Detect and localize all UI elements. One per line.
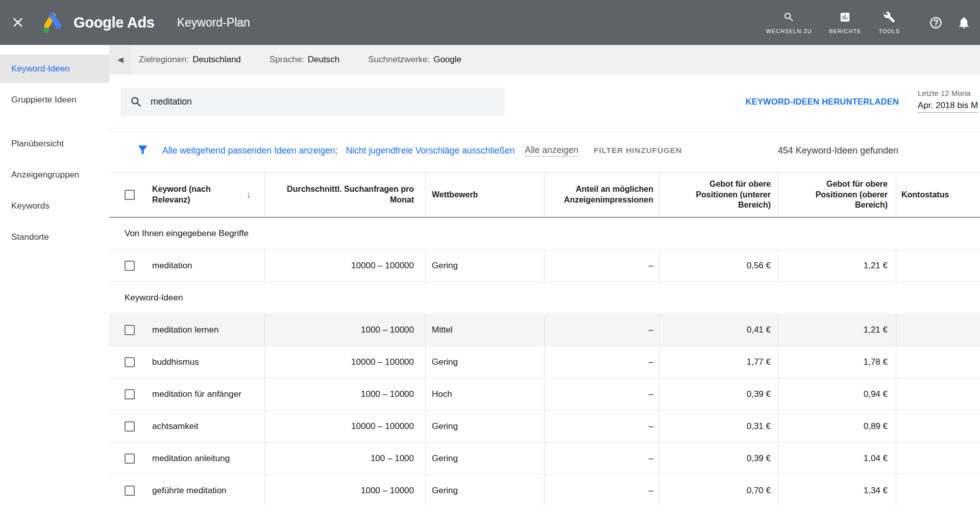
row-checkbox[interactable] <box>125 357 135 367</box>
searches-cell: 1000 – 10000 <box>265 378 426 410</box>
table-row: achtsamkeit 10000 – 100000 Gering – 0,31… <box>109 411 980 443</box>
bid-low-cell: 0,31 € <box>660 411 778 442</box>
select-all-checkbox[interactable] <box>125 190 135 200</box>
nav-tools[interactable]: TOOLS <box>870 11 909 34</box>
show-all-link[interactable]: Alle anzeigen <box>525 145 578 157</box>
nav-wechseln-zu[interactable]: WECHSELN ZU <box>757 11 821 34</box>
bid-high-cell: 1,21 € <box>778 314 896 346</box>
target-label: Sprache: <box>270 55 304 65</box>
main-content: ◀ Zielregionen: Deutschland Sprache: Deu… <box>109 45 980 505</box>
impression-share-cell: – <box>545 378 660 410</box>
nav-label: WECHSELN ZU <box>766 28 812 34</box>
sidebar: Keyword-Ideen Gruppierte Ideen Planübers… <box>0 45 109 505</box>
page-title: Keyword-Plan <box>177 16 250 30</box>
row-checkbox[interactable] <box>125 261 135 271</box>
wrench-icon <box>884 11 895 25</box>
account-status-cell <box>896 346 980 378</box>
sidebar-item-anzeigengruppen[interactable]: Anzeigengruppen <box>0 161 109 189</box>
bid-high-cell: 1,04 € <box>778 443 896 474</box>
impression-share-cell: – <box>545 411 660 442</box>
date-range-caption: Letzte 12 Mona <box>918 89 978 97</box>
keyword-cell: geführte meditation <box>143 475 265 505</box>
account-status-cell <box>896 443 980 474</box>
sidebar-item-standorte[interactable]: Standorte <box>0 223 109 251</box>
header-bid-low[interactable]: Gebot für obere Positionen (unterer Bere… <box>660 173 778 217</box>
filter-bar: Alle weitgehend passenden Ideen anzeigen… <box>109 129 980 173</box>
competition-cell: Mittel <box>426 314 545 346</box>
filter-chip-adult-excluded[interactable]: Nicht jugendfreie Vorschläge ausschließe… <box>346 145 514 156</box>
header-keyword-label: Keyword (nach Relevanz) <box>152 184 229 206</box>
targeting-bar: ◀ Zielregionen: Deutschland Sprache: Deu… <box>109 45 980 74</box>
bid-low-cell: 1,77 € <box>660 346 778 378</box>
keyword-search-box[interactable] <box>120 88 505 116</box>
nav-berichte[interactable]: BERICHTE <box>821 11 870 34</box>
bar-chart-icon <box>839 11 851 25</box>
target-regions[interactable]: Zielregionen: Deutschland <box>139 55 241 65</box>
bid-high-cell: 1,21 € <box>778 250 896 282</box>
impression-share-cell: – <box>545 443 660 474</box>
close-icon[interactable] <box>10 15 26 30</box>
date-range-selector[interactable]: Letzte 12 Mona Apr. 2018 bis M <box>918 89 978 113</box>
searches-cell: 1000 – 10000 <box>265 475 426 505</box>
row-checkbox[interactable] <box>125 325 135 335</box>
competition-cell: Gering <box>426 250 545 282</box>
row-checkbox[interactable] <box>125 486 135 496</box>
results-count: 454 Keyword-Ideen gefunden <box>778 145 898 156</box>
row-checkbox[interactable] <box>125 453 135 464</box>
help-icon[interactable] <box>929 16 943 30</box>
header-impression-share[interactable]: Anteil an möglichen Anzeigenimpressionen <box>545 173 660 217</box>
table-row: meditation anleitung 100 – 1000 Gering –… <box>109 443 980 475</box>
topbar-nav: WECHSELN ZU BERICHTE TOOLS <box>757 11 980 34</box>
account-status-cell <box>896 314 980 346</box>
header-competition[interactable]: Wettbewerb <box>426 173 545 217</box>
sidebar-item-keywords[interactable]: Keywords <box>0 192 109 220</box>
notifications-bell-icon[interactable] <box>957 16 971 30</box>
filter-chip-broad-ideas[interactable]: Alle weitgehend passenden Ideen anzeigen… <box>162 145 337 156</box>
google-ads-logo-icon[interactable] <box>41 11 64 34</box>
search-input[interactable] <box>151 96 467 107</box>
bid-low-cell: 0,39 € <box>660 443 778 474</box>
sort-descending-icon[interactable]: ↓ <box>247 189 252 201</box>
impression-share-cell: – <box>545 346 660 378</box>
nav-label: TOOLS <box>878 28 900 34</box>
sidebar-item-planuebersicht[interactable]: Planübersicht <box>0 130 109 158</box>
row-checkbox[interactable] <box>125 389 135 399</box>
table-row: buddhismus 10000 – 100000 Gering – 1,77 … <box>109 346 980 378</box>
target-value: Google <box>433 55 461 65</box>
row-checkbox[interactable] <box>125 421 135 432</box>
keyword-cell: meditation <box>143 250 265 282</box>
download-keyword-ideas-link[interactable]: KEYWORD-IDEEN HERUNTERLADEN <box>745 74 899 129</box>
account-status-cell <box>896 250 980 282</box>
bid-high-cell: 0,94 € <box>778 378 896 410</box>
table-row: geführte meditation 1000 – 10000 Gering … <box>109 475 980 505</box>
keyword-table: Keyword (nach Relevanz) ↓ Durchschnittl.… <box>109 173 980 505</box>
bid-high-cell: 1,34 € <box>778 475 896 505</box>
bid-low-cell: 0,41 € <box>660 314 778 346</box>
account-status-cell <box>896 411 980 442</box>
back-arrow-icon: ◀ <box>117 55 124 64</box>
searches-cell: 100 – 1000 <box>265 443 426 474</box>
target-value: Deutschland <box>192 55 241 65</box>
searches-cell: 10000 – 100000 <box>265 411 426 442</box>
header-account-status[interactable]: Kontostatus <box>896 173 980 217</box>
competition-cell: Gering <box>426 443 545 474</box>
target-networks[interactable]: Suchnetzwerke: Google <box>368 55 461 65</box>
impression-share-cell: – <box>545 475 660 505</box>
bid-low-cell: 0,39 € <box>660 378 778 410</box>
header-searches[interactable]: Durchschnittl. Suchanfragen pro Monat <box>265 173 426 217</box>
table-header-row: Keyword (nach Relevanz) ↓ Durchschnittl.… <box>109 173 980 218</box>
collapse-back-button[interactable]: ◀ <box>109 45 132 74</box>
sidebar-item-keyword-ideen[interactable]: Keyword-Ideen <box>0 55 109 83</box>
competition-cell: Hoch <box>426 378 545 410</box>
sidebar-item-gruppierte-ideen[interactable]: Gruppierte Ideen <box>0 86 109 114</box>
target-language[interactable]: Sprache: Deutsch <box>270 55 339 65</box>
keyword-cell: meditation für anfänger <box>143 378 265 410</box>
keyword-cell: achtsamkeit <box>143 411 265 442</box>
header-keyword[interactable]: Keyword (nach Relevanz) ↓ <box>143 173 265 217</box>
header-bid-high[interactable]: Gebot für obere Positionen (oberer Berei… <box>778 173 896 217</box>
target-label: Zielregionen: <box>139 55 189 65</box>
section-title-entered-terms: Von Ihnen eingegebene Begriffe <box>109 218 980 250</box>
header-checkbox-cell <box>109 173 143 217</box>
competition-cell: Gering <box>426 475 545 505</box>
add-filter-button[interactable]: FILTER HINZUFÜGEN <box>594 146 682 155</box>
